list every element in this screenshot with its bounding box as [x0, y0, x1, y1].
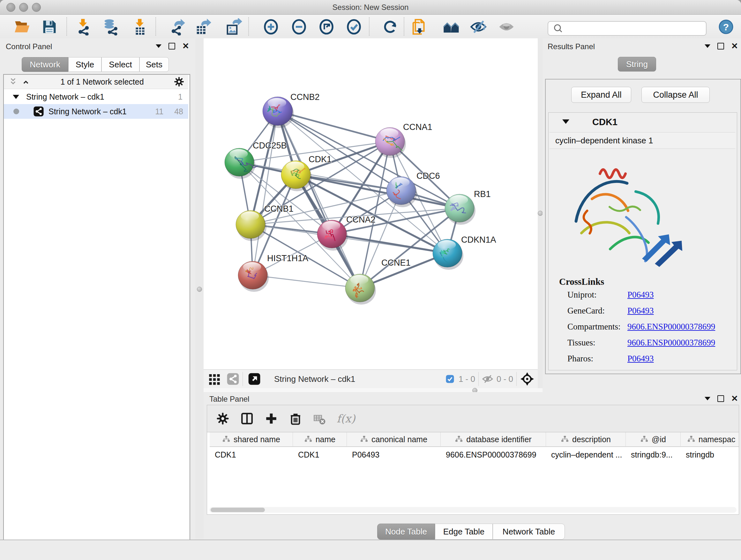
splitter-handle[interactable] [197, 287, 202, 292]
crosslink-link[interactable]: P06493 [627, 306, 654, 316]
column-header-name[interactable]: name [293, 432, 347, 447]
network-edge[interactable] [253, 275, 360, 288]
network-row[interactable]: String Network – cdk1 11 48 [4, 104, 188, 119]
column-header-description[interactable]: description [546, 432, 626, 447]
float-panel-icon[interactable] [704, 397, 711, 400]
table-cell[interactable]: 9606.ENSP00000378699 [441, 448, 546, 462]
grid-view-icon[interactable] [208, 373, 221, 385]
table-cell[interactable]: CDK1 [293, 448, 347, 462]
crosslink-link[interactable]: P06493 [627, 354, 654, 364]
table-cell[interactable]: P06493 [347, 448, 441, 462]
show-preview-button[interactable] [498, 18, 515, 36]
left-splitter[interactable] [195, 38, 204, 539]
network-canvas[interactable]: CCNB2CCNA1CDC25BCDK1CDC6RB1CCNB1CCNA2CDK… [204, 38, 538, 369]
import-table-file-button[interactable] [131, 18, 149, 36]
network-edge[interactable] [253, 111, 278, 275]
table-settings-gear-icon[interactable] [216, 412, 229, 425]
locate-network-icon[interactable] [520, 372, 535, 386]
gear-icon[interactable] [174, 76, 185, 87]
apply-layout-button[interactable] [382, 18, 399, 36]
collapse-all-button[interactable]: Collapse All [642, 87, 710, 103]
tree-expander-icon[interactable] [13, 95, 19, 99]
float-panel-icon[interactable] [156, 44, 161, 48]
node-table[interactable]: shared namenamecanonical namedatabase id… [207, 432, 739, 515]
show-all-networks-button[interactable] [443, 18, 460, 36]
network-node-ccna1[interactable] [375, 127, 406, 158]
expand-all-button[interactable]: Expand All [571, 87, 631, 103]
export-table-button[interactable] [195, 18, 212, 36]
zoom-fit-button[interactable] [318, 18, 335, 36]
network-node-ccna2[interactable] [317, 220, 348, 251]
toolbar-separator [66, 17, 67, 36]
search-field[interactable] [563, 23, 706, 33]
share-view-icon[interactable] [226, 373, 239, 385]
maximize-panel-icon[interactable] [169, 43, 175, 50]
column-header-canonical-name[interactable]: canonical name [347, 432, 441, 447]
table-cell[interactable]: stringdb:9... [626, 448, 681, 462]
maximize-panel-icon[interactable] [718, 43, 724, 50]
right-splitter[interactable] [538, 38, 542, 392]
close-panel-icon[interactable]: ✕ [731, 396, 738, 401]
close-panel-icon[interactable]: ✕ [731, 44, 738, 49]
collapse-all-icon[interactable] [8, 77, 18, 86]
splitter-handle[interactable] [538, 211, 543, 216]
show-columns-icon[interactable] [240, 412, 254, 425]
table-horizontal-scrollbar[interactable] [209, 507, 737, 513]
table-cell[interactable]: stringdb [681, 448, 739, 462]
save-session-button[interactable] [41, 18, 58, 36]
export-network-button[interactable] [169, 18, 186, 36]
zoom-out-button[interactable] [290, 18, 308, 36]
column-label: name [316, 435, 336, 444]
delete-column-icon[interactable] [289, 412, 302, 425]
scrollbar-thumb[interactable] [211, 508, 265, 512]
network-tree-panel [3, 74, 190, 540]
import-network-file-button[interactable] [75, 18, 92, 36]
help-button[interactable]: ? [718, 18, 735, 36]
column-header-@id[interactable]: @id [626, 432, 681, 447]
maximize-panel-icon[interactable] [718, 395, 724, 402]
svg-text:?: ? [723, 22, 729, 32]
tab-node-table[interactable]: Node Table [377, 523, 435, 540]
zoom-in-button[interactable] [262, 18, 280, 36]
tab-style[interactable]: Style [68, 57, 102, 72]
hidden-eye-icon[interactable] [482, 373, 493, 385]
tab-string[interactable]: String [618, 57, 656, 71]
network-node-cdc25b[interactable] [225, 148, 258, 179]
birds-eye-view-icon[interactable] [248, 373, 261, 385]
import-network-database-button[interactable] [103, 18, 120, 36]
open-session-button[interactable] [13, 18, 30, 36]
tab-sets[interactable]: Sets [139, 57, 169, 72]
network-node-hist1h1a[interactable] [238, 261, 269, 292]
crosslink-link[interactable]: 9606.ENSP00000378699 [627, 322, 715, 332]
hide-labels-button[interactable] [470, 18, 487, 36]
cytoscape-window: Session: New Session [0, 0, 741, 560]
table-cell[interactable]: cyclin–dependent ... [546, 448, 626, 462]
column-header-namespac[interactable]: namespac [681, 432, 739, 447]
expand-all-icon[interactable] [21, 77, 30, 86]
add-column-icon[interactable] [265, 412, 278, 425]
network-node-rb1[interactable] [445, 194, 475, 225]
table-cell[interactable]: CDK1 [210, 448, 293, 462]
tab-edge-table[interactable]: Edge Table [435, 523, 493, 540]
network-graph[interactable]: CCNB2CCNA1CDC25BCDK1CDC6RB1CCNB1CCNA2CDK… [204, 38, 538, 369]
column-header-database-identifier[interactable]: database identifier [441, 432, 546, 447]
network-node-cdkn1a[interactable] [433, 239, 463, 270]
zoom-selected-button[interactable] [345, 18, 362, 36]
network-node-ccnb2[interactable] [263, 97, 294, 128]
tab-network-table[interactable]: Network Table [493, 523, 565, 540]
crosslink-link[interactable]: P06493 [627, 290, 654, 300]
column-header-shared-name[interactable]: shared name [210, 432, 293, 447]
open-documents-button[interactable] [411, 18, 428, 36]
search-input[interactable] [548, 21, 706, 36]
protein-expander-icon[interactable] [562, 119, 569, 124]
tab-select[interactable]: Select [102, 57, 139, 72]
crosslink-link[interactable]: 9606.ENSP00000378699 [627, 338, 715, 348]
float-panel-icon[interactable] [704, 44, 711, 48]
network-edge[interactable] [278, 111, 390, 141]
tab-network[interactable]: Network [22, 57, 68, 72]
network-collection-row[interactable]: String Network – cdk1 1 [4, 89, 188, 104]
close-panel-icon[interactable]: ✕ [182, 44, 189, 49]
selected-checkbox-icon[interactable] [445, 374, 455, 384]
network-node-cdc6[interactable] [387, 177, 417, 207]
export-image-button[interactable] [225, 18, 243, 36]
